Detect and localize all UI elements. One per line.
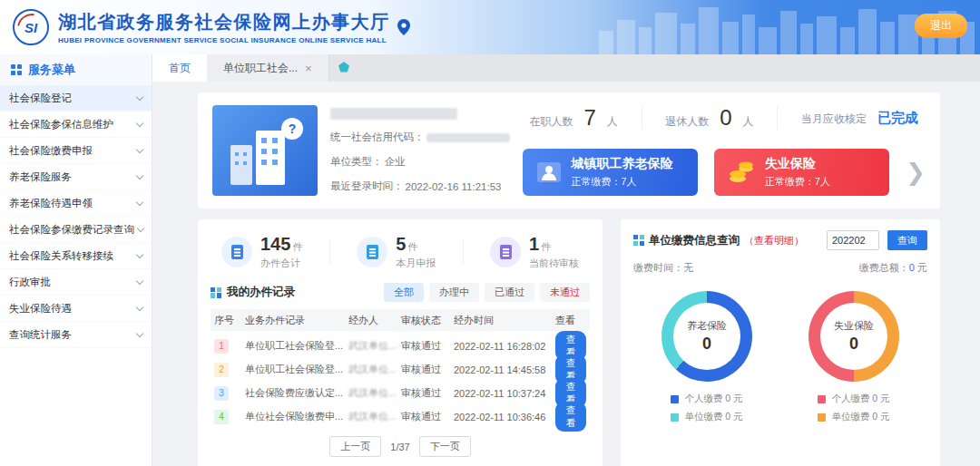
unemployment-insurance-card[interactable]: 失业保险 正常缴费：7人 xyxy=(714,149,889,196)
col-header: 经办人 xyxy=(348,314,401,327)
sidebar-item-payment-records-query[interactable]: 社会保险参保缴费记录查询 xyxy=(0,217,152,243)
filter-group: 全部 办理中 已通过 未通过 xyxy=(384,283,590,302)
filter-in-progress[interactable]: 办理中 xyxy=(429,283,479,302)
payment-header: 单位缴费信息查询 （查看明细） 查询 xyxy=(633,230,927,250)
summary-monthly: 5件 本月申报 xyxy=(357,234,436,270)
site-titles: 湖北省政务服务社会保险网上办事大厅 HUBEI PROVINCE GOVERNM… xyxy=(58,10,390,44)
tab-label: 单位职工社会... xyxy=(223,61,298,76)
content-area: ? 统一社会信用代码： 单位类型： 企业 xyxy=(152,82,980,466)
operator-name: 武汉单位... xyxy=(348,410,401,423)
process-time: 2022-02-11 10:36:46 xyxy=(454,412,555,422)
work-records-card: 145件 办件合计 5件 本月申报 xyxy=(198,219,603,466)
sidebar-item-payment-declaration[interactable]: 社会保险缴费申报 xyxy=(0,138,152,164)
sidebar-item-pension-benefit[interactable]: 养老保险待遇申领 xyxy=(0,190,152,217)
chevron-down-icon xyxy=(136,303,143,310)
chevron-down-icon xyxy=(136,277,143,284)
view-detail-link[interactable]: （查看明细） xyxy=(744,234,804,248)
body-layout: 服务菜单 社会保险登记 社会保险参保信息维护 社会保险缴费申报 养老保险服务 养… xyxy=(0,54,980,466)
operator-name: 武汉单位... xyxy=(348,339,401,353)
operator-name: 武汉单位... xyxy=(348,363,401,376)
carousel-next-arrow[interactable]: ❯ xyxy=(906,159,926,186)
sidebar-item-relation-transfer[interactable]: 社会保险关系转移接续 xyxy=(0,243,152,269)
insurance-cards-row: 城镇职工养老保险 正常缴费：7人 xyxy=(523,149,926,196)
filter-approved[interactable]: 已通过 xyxy=(485,283,534,302)
period-input[interactable] xyxy=(827,230,879,250)
summary-value: 145 xyxy=(260,234,290,254)
process-time: 2022-02-11 10:37:24 xyxy=(454,388,555,399)
stat-label: 在职人数 xyxy=(530,114,573,130)
last-login-value: 2022-02-16 11:21:53 xyxy=(406,181,502,192)
legend-swatch xyxy=(818,413,826,422)
record-name: 单位职工社会保险登... xyxy=(245,339,348,353)
summary-text: 1件 当前待审核 xyxy=(529,234,579,270)
filter-all[interactable]: 全部 xyxy=(384,283,424,302)
donut-center: 失业保险 0 xyxy=(820,303,887,370)
sidebar-item-administrative-approval[interactable]: 行政审批 xyxy=(0,269,152,296)
sidebar-item-label: 查询统计服务 xyxy=(9,328,72,342)
last-login-line: 最近登录时间： 2022-02-16 11:21:53 xyxy=(330,180,510,193)
pension-insurance-card[interactable]: 城镇职工养老保险 正常缴费：7人 xyxy=(523,149,698,196)
audit-status: 审核通过 xyxy=(401,410,454,423)
unemployment-donut-chart: 失业保险 0 xyxy=(808,291,899,382)
legend-item: 个人缴费 0 元 xyxy=(671,393,742,405)
chevron-down-icon xyxy=(136,250,143,257)
sidebar-item-pension-service[interactable]: 养老保险服务 xyxy=(0,164,152,190)
pagination: 上一页 1/37 下一页 xyxy=(211,436,590,457)
page: SI 湖北省政务服务社会保险网上办事大厅 HUBEI PROVINCE GOVE… xyxy=(0,0,980,466)
col-header: 查看 xyxy=(555,314,586,327)
top-banner: SI 湖北省政务服务社会保险网上办事大厅 HUBEI PROVINCE GOVE… xyxy=(0,0,980,54)
credit-code-redacted xyxy=(426,133,510,142)
audit-status: 审核通过 xyxy=(401,363,454,376)
legend: 个人缴费 0 元 单位缴费 0 元 xyxy=(671,393,742,423)
operator-name: 武汉单位... xyxy=(348,386,401,400)
quick-entry-icon[interactable] xyxy=(337,61,351,75)
status-badge: 已完成 xyxy=(877,110,918,127)
insurance-title: 失业保险 xyxy=(765,156,830,172)
audit-status: 审核通过 xyxy=(401,339,454,353)
sidebar-item-unemployment-benefit[interactable]: 失业保险待遇 xyxy=(0,296,152,322)
next-page-button[interactable]: 下一页 xyxy=(419,436,471,457)
company-stats-area: 在职人数 7 人 退休人数 0 人 xyxy=(523,105,926,196)
table-header-row: 序号 业务办件记录 经办人 审核状态 经办时间 查看 xyxy=(211,309,590,331)
filter-rejected[interactable]: 未通过 xyxy=(540,283,590,302)
summary-label: 办件合计 xyxy=(260,257,302,270)
menu-grid-icon xyxy=(11,64,22,75)
sidebar-item-participation-info[interactable]: 社会保险参保信息维护 xyxy=(0,112,152,138)
close-icon[interactable]: × xyxy=(305,63,312,74)
sidebar-item-label: 社会保险登记 xyxy=(9,92,72,105)
sidebar-item-query-statistics[interactable]: 查询统计服务 xyxy=(0,322,152,348)
last-login-label: 最近登录时间： xyxy=(330,180,404,193)
page-title: 湖北省政务服务社会保险网上办事大厅 xyxy=(58,10,390,34)
records-header: 我的办件记录 全部 办理中 已通过 未通过 xyxy=(211,283,590,302)
insurance-card-text: 城镇职工养老保险 正常缴费：7人 xyxy=(572,156,673,189)
summary-label: 当前待审核 xyxy=(529,257,579,270)
summary-pending: 1件 当前待审核 xyxy=(490,234,579,270)
page-subtitle: HUBEI PROVINCE GOVERNMENT SERVICE SOCIAL… xyxy=(58,36,390,44)
company-name-redacted xyxy=(330,108,457,120)
prev-page-button[interactable]: 上一页 xyxy=(329,436,381,457)
summary-value: 5 xyxy=(396,234,406,254)
legend-label: 个人缴费 0 元 xyxy=(684,393,742,405)
summary-unit: 件 xyxy=(292,241,302,252)
insurance-desc: 正常缴费：7人 xyxy=(765,175,830,189)
query-button[interactable]: 查询 xyxy=(887,230,927,250)
divider xyxy=(329,239,330,265)
tab-home[interactable]: 首页 xyxy=(152,54,207,82)
svg-text:?: ? xyxy=(289,121,297,136)
logout-button[interactable]: 退出 xyxy=(915,14,967,38)
stat-label: 当月应收核定 xyxy=(801,112,867,127)
company-info: 统一社会信用代码： 单位类型： 企业 最近登录时间： 2022-02-16 11… xyxy=(330,105,510,196)
summary-text: 145件 办件合计 xyxy=(260,234,302,270)
insurance-desc: 正常缴费：7人 xyxy=(572,175,673,189)
view-button[interactable]: 查看 xyxy=(555,402,586,432)
pay-time-label: 缴费时间： xyxy=(633,262,683,273)
tab-unit-employee[interactable]: 单位职工社会... × xyxy=(207,54,329,82)
summary-row: 145件 办件合计 5件 本月申报 xyxy=(211,230,590,281)
donut-title: 养老保险 xyxy=(687,319,727,333)
legend-label: 个人缴费 0 元 xyxy=(831,393,889,405)
coins-icon xyxy=(727,159,756,186)
donut-charts-row: 养老保险 0 个人缴费 0 元 xyxy=(633,291,927,423)
sidebar-item-social-insurance-registration[interactable]: 社会保险登记 xyxy=(0,85,152,112)
process-time: 2022-02-11 16:28:02 xyxy=(454,341,555,352)
pension-icon xyxy=(535,159,563,186)
